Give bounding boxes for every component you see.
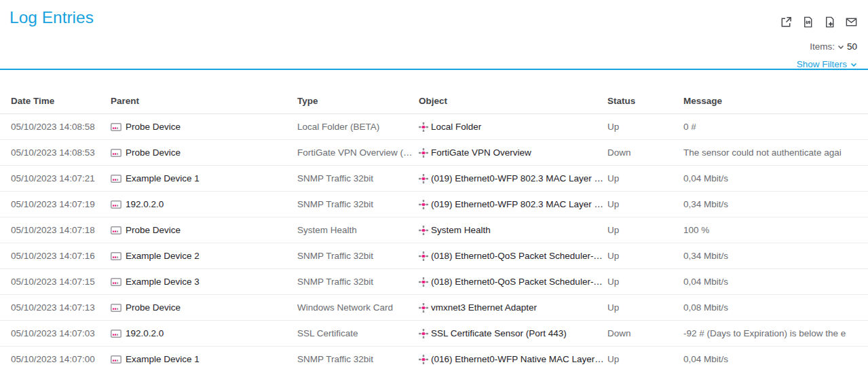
envelope-icon[interactable] <box>845 16 858 29</box>
cell-type: SNMP Traffic 32bit <box>297 277 419 287</box>
sensor-icon <box>419 148 428 158</box>
parent-link[interactable]: 192.0.2.0 <box>126 199 164 209</box>
cell-message: 100 % <box>683 225 868 235</box>
cell-parent[interactable]: 192.0.2.0 <box>111 328 297 338</box>
object-link[interactable]: Local Folder <box>431 122 481 132</box>
sensor-icon <box>419 355 428 364</box>
table-row: 05/10/2023 14:07:18 Probe Device System … <box>0 217 868 243</box>
cell-parent[interactable]: Example Device 3 <box>111 277 297 287</box>
cell-parent[interactable]: Example Device 1 <box>111 173 297 183</box>
cell-parent[interactable]: Example Device 2 <box>111 251 297 261</box>
object-link[interactable]: SSL Certificate Sensor (Port 443) <box>431 328 567 338</box>
object-link[interactable]: (019) Ethernet0-WFP 802.3 MAC Layer … <box>431 199 603 209</box>
parent-link[interactable]: 192.0.2.0 <box>126 328 164 338</box>
device-icon <box>111 252 121 260</box>
device-icon <box>111 175 121 183</box>
cell-object[interactable]: Local Folder <box>419 122 607 132</box>
external-link-icon[interactable] <box>780 16 793 29</box>
cell-object[interactable]: FortiGate VPN Overview <box>419 147 607 158</box>
column-header-status[interactable]: Status <box>607 96 683 113</box>
column-header-object[interactable]: Object <box>419 96 607 113</box>
cell-parent[interactable]: Example Device 1 <box>111 354 297 364</box>
parent-link[interactable]: Probe Device <box>126 122 181 132</box>
sensor-icon <box>419 329 428 338</box>
device-icon <box>111 123 121 131</box>
sensor-icon <box>419 174 428 183</box>
cell-object[interactable]: (019) Ethernet0-WFP 802.3 MAC Layer … <box>419 199 607 209</box>
cell-type: SNMP Traffic 32bit <box>297 251 419 261</box>
cell-object[interactable]: (018) Ethernet0-QoS Packet Scheduler-… <box>419 251 607 261</box>
column-header-type[interactable]: Type <box>297 96 419 113</box>
table-header-row: Date Time Parent Type Object Status Mess… <box>0 70 868 114</box>
cell-date-time: 05/10/2023 14:07:03 <box>11 328 111 338</box>
cell-date-time: 05/10/2023 14:07:18 <box>11 225 111 235</box>
device-icon <box>111 226 121 234</box>
object-link[interactable]: (016) Ethernet0-WFP Native MAC Layer… <box>431 354 604 364</box>
object-link[interactable]: (018) Ethernet0-QoS Packet Scheduler-… <box>431 251 603 261</box>
cell-object[interactable]: (016) Ethernet0-WFP Native MAC Layer… <box>419 354 607 364</box>
cell-object[interactable]: (019) Ethernet0-WFP 802.3 MAC Layer … <box>419 173 607 183</box>
chevron-down-icon <box>850 59 857 69</box>
items-value: 50 <box>847 41 857 52</box>
log-entries-page: Log Entries <box>0 0 868 369</box>
sensor-icon <box>419 226 428 235</box>
column-header-date-time[interactable]: Date Time <box>11 96 111 113</box>
cell-date-time: 05/10/2023 14:08:53 <box>11 147 111 158</box>
sensor-icon <box>419 303 428 313</box>
cell-type: SSL Certificate <box>297 328 419 338</box>
sensor-icon <box>419 277 428 287</box>
object-link[interactable]: (018) Ethernet0-QoS Packet Scheduler-… <box>431 277 603 287</box>
column-header-parent[interactable]: Parent <box>111 96 297 113</box>
device-icon <box>111 200 121 209</box>
cell-status: Down <box>607 328 683 338</box>
cell-status: Up <box>607 251 683 261</box>
device-icon <box>111 149 121 157</box>
parent-link[interactable]: Probe Device <box>126 225 181 235</box>
cell-status: Down <box>607 147 683 158</box>
cell-message: The sensor could not authenticate agai <box>683 147 868 158</box>
cell-parent[interactable]: Probe Device <box>111 147 297 158</box>
cell-date-time: 05/10/2023 14:07:00 <box>11 354 111 364</box>
object-link[interactable]: (019) Ethernet0-WFP 802.3 MAC Layer … <box>431 173 603 183</box>
cell-object[interactable]: (018) Ethernet0-QoS Packet Scheduler-… <box>419 277 607 287</box>
parent-link[interactable]: Probe Device <box>126 302 181 313</box>
file-plus-icon[interactable] <box>823 16 836 29</box>
parent-link[interactable]: Probe Device <box>126 147 181 158</box>
items-label: Items: <box>810 41 835 52</box>
cell-parent[interactable]: 192.0.2.0 <box>111 199 297 209</box>
cell-type: Windows Network Card <box>297 302 419 313</box>
cell-message: 0,04 Mbit/s <box>683 173 868 183</box>
log-entries-table: Date Time Parent Type Object Status Mess… <box>0 70 868 369</box>
cell-type: FortiGate VPN Overview (… <box>297 147 419 158</box>
cell-message: 0 # <box>683 122 868 132</box>
table-row: 05/10/2023 14:07:15 Example Device 3 SNM… <box>0 269 868 295</box>
object-link[interactable]: FortiGate VPN Overview <box>431 147 531 158</box>
cell-status: Up <box>607 354 683 364</box>
file-code-icon[interactable] <box>801 16 814 29</box>
cell-parent[interactable]: Probe Device <box>111 302 297 313</box>
parent-link[interactable]: Example Device 1 <box>126 173 200 183</box>
cell-message: 0,04 Mbit/s <box>683 277 868 287</box>
cell-date-time: 05/10/2023 14:07:16 <box>11 251 111 261</box>
cell-parent[interactable]: Probe Device <box>111 122 297 132</box>
table-row: 05/10/2023 14:07:19 192.0.2.0 SNMP Traff… <box>0 192 868 217</box>
cell-object[interactable]: SSL Certificate Sensor (Port 443) <box>419 328 607 338</box>
show-filters-button[interactable]: Show Filters <box>797 59 857 69</box>
items-count-control[interactable]: Items: 50 <box>810 41 857 52</box>
parent-link[interactable]: Example Device 3 <box>126 277 200 287</box>
column-header-message[interactable]: Message <box>683 96 868 113</box>
cell-parent[interactable]: Probe Device <box>111 225 297 235</box>
parent-link[interactable]: Example Device 2 <box>126 251 200 261</box>
cell-type: SNMP Traffic 32bit <box>297 354 419 364</box>
sensor-icon <box>419 122 428 132</box>
object-link[interactable]: System Health <box>431 225 491 235</box>
cell-status: Up <box>607 302 683 313</box>
parent-link[interactable]: Example Device 1 <box>126 354 200 364</box>
cell-object[interactable]: vmxnet3 Ethernet Adapter <box>419 302 607 313</box>
cell-status: Up <box>607 225 683 235</box>
table-row: 05/10/2023 14:08:53 Probe Device FortiGa… <box>0 140 868 166</box>
cell-status: Up <box>607 199 683 209</box>
cell-message: 0,34 Mbit/s <box>683 199 868 209</box>
cell-object[interactable]: System Health <box>419 225 607 235</box>
object-link[interactable]: vmxnet3 Ethernet Adapter <box>431 302 537 313</box>
